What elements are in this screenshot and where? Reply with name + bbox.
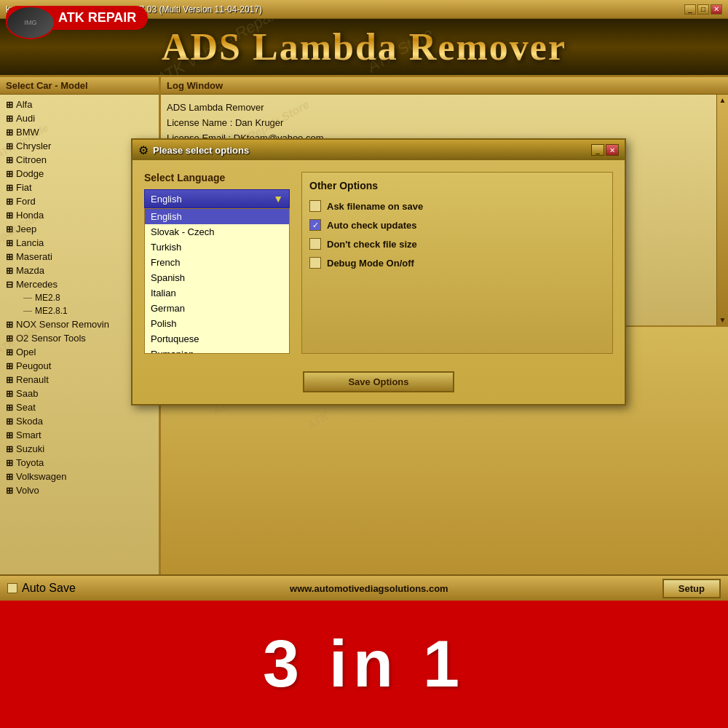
- debug-mode-checkbox[interactable]: [309, 257, 321, 269]
- maximize-button[interactable]: □: [697, 4, 709, 15]
- lang-item-french[interactable]: French: [145, 255, 289, 270]
- auto-save-checkbox[interactable]: [7, 583, 17, 593]
- red-banner: 3 in 1: [0, 601, 728, 728]
- lang-item-turkish[interactable]: Turkish: [145, 240, 289, 255]
- language-section: Select Language English ▼ English Slovak…: [144, 172, 290, 354]
- auto-check-label: Auto check updates: [327, 220, 417, 231]
- lang-item-german[interactable]: German: [145, 301, 289, 316]
- modal-close-button[interactable]: ✕: [606, 144, 619, 156]
- modal-footer: Save Options: [132, 365, 625, 404]
- scroll-up-arrow[interactable]: ▲: [719, 96, 727, 104]
- atk-label: ATK REPAIR: [58, 10, 136, 25]
- title-bar-controls: _ □ ✕: [684, 4, 722, 15]
- log-title: Log Window: [161, 77, 728, 95]
- option-dont-check: Don't check file size: [309, 238, 605, 250]
- modal-body: Select Language English ▼ English Slovak…: [132, 160, 625, 365]
- three-in-one-text: 3 in 1: [263, 627, 465, 702]
- car-panel-title: Select Car - Model: [0, 77, 159, 95]
- selected-language-label: English: [151, 194, 182, 205]
- minimize-button[interactable]: _: [684, 4, 696, 15]
- close-button[interactable]: ✕: [711, 4, 722, 15]
- lang-item-portuquese[interactable]: Portuquese: [145, 331, 289, 347]
- auto-save-label: Auto Save: [22, 582, 76, 595]
- lang-item-english[interactable]: English: [145, 209, 289, 224]
- ask-filename-checkbox[interactable]: [309, 200, 321, 212]
- modal-title-text: Please select options: [153, 145, 249, 156]
- website-link[interactable]: www.automotivediagsolutions.com: [290, 583, 448, 594]
- option-auto-check: ✓ Auto check updates: [309, 219, 605, 231]
- lang-item-rumanian[interactable]: Rumanian: [145, 347, 289, 354]
- car-item-alfa[interactable]: ⊞Alfa: [0, 98, 159, 111]
- auto-check-checkbox[interactable]: ✓: [309, 219, 321, 231]
- car-item-skoda[interactable]: ⊞Skoda: [0, 414, 159, 428]
- dont-check-checkbox[interactable]: [309, 238, 321, 250]
- dropdown-arrow-icon: ▼: [273, 193, 283, 205]
- dont-check-label: Don't check file size: [327, 239, 417, 250]
- scroll-down-arrow[interactable]: ▼: [719, 316, 727, 324]
- app-container: koda/NoX/CAT/O2) Remover v2017.03 (Multi…: [0, 0, 728, 601]
- language-section-title: Select Language: [144, 172, 290, 183]
- car-item-volkswagen[interactable]: ⊞Volkswagen: [0, 470, 159, 483]
- br-wm-2: ATK: [305, 409, 331, 432]
- setup-button[interactable]: Setup: [662, 579, 721, 598]
- language-list: English Slovak - Czech Turkish French Sp…: [144, 208, 290, 354]
- car-item-audi[interactable]: ⊞Audi: [0, 111, 159, 125]
- save-options-button[interactable]: Save Options: [303, 371, 454, 392]
- auto-save-area: Auto Save: [7, 582, 76, 595]
- car-item-toyota[interactable]: ⊞Toyota: [0, 456, 159, 470]
- dialog-icon: ⚙: [138, 143, 149, 157]
- option-debug-mode: Debug Mode On/off: [309, 257, 605, 269]
- other-options-title: Other Options: [309, 180, 605, 191]
- modal-titlebar: ⚙ Please select options _ ✕: [132, 140, 625, 160]
- atk-logo-circle: IMG: [6, 6, 55, 39]
- lang-item-slovak[interactable]: Slovak - Czech: [145, 224, 289, 240]
- lang-item-polish[interactable]: Polish: [145, 316, 289, 331]
- modal-minimize-button[interactable]: _: [591, 144, 604, 156]
- car-item-volvo[interactable]: ⊞Volvo: [0, 483, 159, 497]
- log-scrollbar[interactable]: ▲ ▼: [716, 95, 728, 325]
- options-dialog: ⚙ Please select options _ ✕ Select Langu…: [131, 138, 626, 405]
- lang-item-spanish[interactable]: Spanish: [145, 270, 289, 285]
- debug-mode-label: Debug Mode On/off: [327, 258, 414, 269]
- atk-badge: IMG ATK REPAIR: [6, 6, 148, 30]
- car-item-suzuki[interactable]: ⊞Suzuki: [0, 442, 159, 456]
- option-ask-filename: Ask filename on save: [309, 200, 605, 212]
- car-item-bmw[interactable]: ⊞BMW: [0, 125, 159, 139]
- modal-title-left: ⚙ Please select options: [138, 143, 249, 157]
- language-dropdown[interactable]: English ▼: [144, 189, 290, 208]
- ask-filename-label: Ask filename on save: [327, 201, 423, 212]
- log-line-2: License Name : Dan Kruger: [167, 116, 722, 131]
- app-logo: ADS Lambda Remover: [162, 25, 566, 68]
- status-bar: Auto Save www.automotivediagsolutions.co…: [0, 574, 728, 601]
- car-item-smart[interactable]: ⊞Smart: [0, 428, 159, 442]
- modal-controls: _ ✕: [591, 144, 619, 156]
- other-options-section: Other Options Ask filename on save ✓ Aut…: [301, 172, 613, 354]
- log-line-1: ADS Lambda Remover: [167, 100, 722, 116]
- lang-item-italian[interactable]: Italian: [145, 285, 289, 301]
